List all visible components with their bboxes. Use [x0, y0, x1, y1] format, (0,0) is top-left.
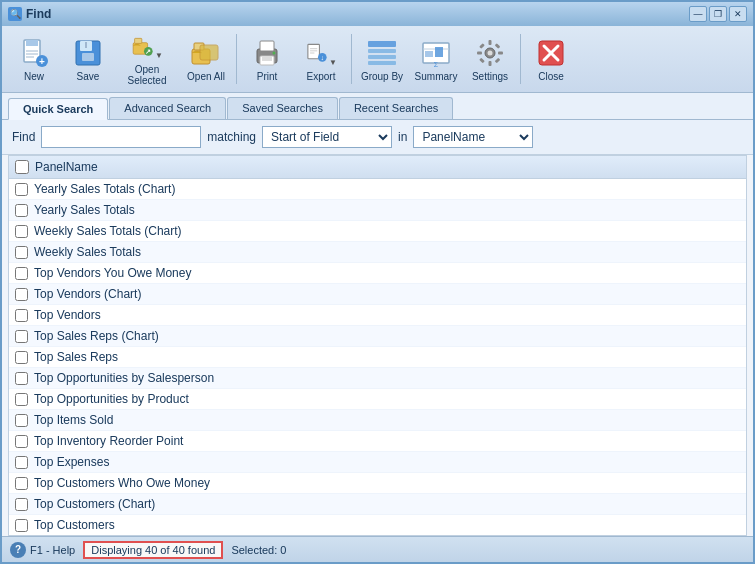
- svg-rect-19: [260, 41, 274, 51]
- table-row[interactable]: Top Vendors You Owe Money: [9, 263, 746, 284]
- row-checkbox[interactable]: [15, 351, 28, 364]
- save-label: Save: [77, 71, 100, 82]
- export-button[interactable]: ↓ ▼ Export: [295, 30, 347, 88]
- minimize-button[interactable]: —: [689, 6, 707, 22]
- row-checkbox[interactable]: [15, 456, 28, 469]
- row-text: Top Opportunities by Product: [34, 392, 189, 406]
- svg-rect-30: [368, 41, 396, 47]
- svg-rect-9: [82, 53, 94, 61]
- in-select[interactable]: PanelName All Fields Description: [413, 126, 533, 148]
- table-row[interactable]: Top Vendors: [9, 305, 746, 326]
- svg-rect-46: [495, 43, 501, 49]
- table-row[interactable]: Top Customers: [9, 515, 746, 535]
- new-icon: +: [18, 37, 50, 69]
- table-row[interactable]: Top Inventory Reorder Point: [9, 431, 746, 452]
- table-row[interactable]: Top Opportunities by Product: [9, 389, 746, 410]
- row-checkbox[interactable]: [15, 246, 28, 259]
- table-row[interactable]: Top Customers Who Owe Money: [9, 473, 746, 494]
- row-checkbox[interactable]: [15, 309, 28, 322]
- table-row[interactable]: Top Opportunities by Salesperson: [9, 368, 746, 389]
- row-text: Top Items Sold: [34, 413, 113, 427]
- open-selected-label: Open Selected: [120, 64, 174, 86]
- svg-rect-1: [26, 40, 38, 46]
- table-row[interactable]: Yearly Sales Totals (Chart): [9, 179, 746, 200]
- row-checkbox[interactable]: [15, 204, 28, 217]
- matching-label: matching: [207, 130, 256, 144]
- tab-quick-search[interactable]: Quick Search: [8, 98, 108, 120]
- restore-button[interactable]: ❐: [709, 6, 727, 22]
- svg-rect-43: [477, 51, 482, 54]
- row-text: Top Opportunities by Salesperson: [34, 371, 214, 385]
- svg-rect-24: [308, 44, 320, 58]
- tab-recent-searches[interactable]: Recent Searches: [339, 97, 453, 119]
- select-all-checkbox[interactable]: [15, 160, 29, 174]
- search-bar: Find matching Start of Field Contains Ex…: [2, 120, 753, 155]
- row-checkbox[interactable]: [15, 498, 28, 511]
- row-checkbox[interactable]: [15, 414, 28, 427]
- list-body: Yearly Sales Totals (Chart)Yearly Sales …: [9, 179, 746, 535]
- svg-text:Σ: Σ: [434, 61, 439, 68]
- row-checkbox[interactable]: [15, 183, 28, 196]
- table-row[interactable]: Top Items Sold: [9, 410, 746, 431]
- row-checkbox[interactable]: [15, 519, 28, 532]
- group-by-icon: [366, 37, 398, 69]
- svg-rect-45: [479, 43, 485, 49]
- table-row[interactable]: Top Expenses: [9, 452, 746, 473]
- svg-rect-32: [368, 55, 396, 59]
- help-icon: ?: [10, 542, 26, 558]
- row-checkbox[interactable]: [15, 267, 28, 280]
- settings-button[interactable]: Settings: [464, 30, 516, 88]
- close-window-button[interactable]: ✕: [729, 6, 747, 22]
- separator-3: [520, 34, 521, 84]
- find-input[interactable]: [41, 126, 201, 148]
- row-text: Weekly Sales Totals: [34, 245, 141, 259]
- close-button[interactable]: Close: [525, 30, 577, 88]
- separator-1: [236, 34, 237, 84]
- row-checkbox[interactable]: [15, 288, 28, 301]
- row-checkbox[interactable]: [15, 372, 28, 385]
- table-row[interactable]: Top Vendors (Chart): [9, 284, 746, 305]
- row-text: Top Customers (Chart): [34, 497, 155, 511]
- svg-rect-47: [479, 57, 485, 63]
- status-bar: ? F1 - Help Displaying 40 of 40 found Se…: [2, 536, 753, 562]
- title-buttons: — ❐ ✕: [689, 6, 747, 22]
- summary-button[interactable]: Σ Summary: [410, 30, 462, 88]
- row-checkbox[interactable]: [15, 435, 28, 448]
- title-bar-left: 🔍 Find: [8, 7, 51, 21]
- row-checkbox[interactable]: [15, 225, 28, 238]
- new-button[interactable]: + New: [8, 30, 60, 88]
- group-by-button[interactable]: Group By: [356, 30, 408, 88]
- svg-text:↓: ↓: [321, 53, 325, 62]
- svg-point-23: [273, 51, 276, 54]
- table-row[interactable]: Top Sales Reps: [9, 347, 746, 368]
- row-text: Top Sales Reps (Chart): [34, 329, 159, 343]
- tab-advanced-search[interactable]: Advanced Search: [109, 97, 226, 119]
- export-icon: ↓ ▼: [305, 37, 337, 69]
- svg-rect-44: [498, 51, 503, 54]
- table-row[interactable]: Weekly Sales Totals: [9, 242, 746, 263]
- row-text: Yearly Sales Totals: [34, 203, 135, 217]
- close-icon: [535, 37, 567, 69]
- open-all-button[interactable]: Open All: [180, 30, 232, 88]
- table-row[interactable]: Top Customers (Chart): [9, 494, 746, 515]
- row-checkbox[interactable]: [15, 393, 28, 406]
- table-row[interactable]: Top Sales Reps (Chart): [9, 326, 746, 347]
- open-selected-button[interactable]: ↗ ▼ Open Selected: [116, 30, 178, 88]
- print-icon: [251, 37, 283, 69]
- summary-icon: Σ: [420, 37, 452, 69]
- close-label: Close: [538, 71, 564, 82]
- row-checkbox[interactable]: [15, 330, 28, 343]
- toolbar: + New Save: [2, 26, 753, 93]
- matching-select[interactable]: Start of Field Contains Exact Match End …: [262, 126, 392, 148]
- row-checkbox[interactable]: [15, 477, 28, 490]
- in-label: in: [398, 130, 407, 144]
- table-row[interactable]: Weekly Sales Totals (Chart): [9, 221, 746, 242]
- print-button[interactable]: Print: [241, 30, 293, 88]
- window-icon: 🔍: [8, 7, 22, 21]
- save-button[interactable]: Save: [62, 30, 114, 88]
- title-bar: 🔍 Find — ❐ ✕: [2, 2, 753, 26]
- tab-saved-searches[interactable]: Saved Searches: [227, 97, 338, 119]
- table-row[interactable]: Yearly Sales Totals: [9, 200, 746, 221]
- row-text: Top Vendors You Owe Money: [34, 266, 191, 280]
- help-label: F1 - Help: [30, 544, 75, 556]
